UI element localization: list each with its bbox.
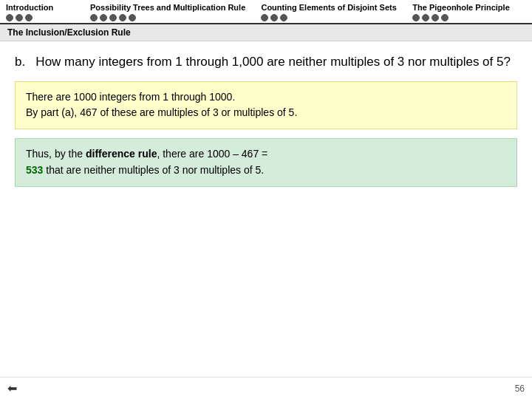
nav-possibility-dots [90, 14, 243, 21]
yellow-line2: By part (a), 467 of these are multiples … [26, 105, 506, 121]
green-conclusion-box: Thus, by the difference rule, there are … [15, 138, 517, 186]
dot [25, 14, 33, 21]
dot [422, 14, 429, 21]
top-nav: Introduction Possibility Trees and Multi… [0, 0, 532, 24]
question-text: b. How many integers from 1 through 1,00… [15, 53, 517, 71]
nav-pigeonhole-label: The Pigeonhole Principle [412, 3, 508, 12]
green-middle: , there are 1000 – 467 = [157, 148, 267, 160]
yellow-line1: There are 1000 integers from 1 through 1… [26, 89, 506, 106]
dot [129, 14, 136, 21]
dot [90, 14, 98, 21]
nav-section-possibility[interactable]: Possibility Trees and Multiplication Rul… [90, 3, 243, 21]
green-suffix: that are neither multiples of 3 nor mult… [43, 164, 264, 176]
nav-pigeonhole-dots [412, 14, 508, 21]
page-number: 56 [515, 383, 525, 394]
yellow-explanation-box: There are 1000 integers from 1 through 1… [15, 81, 517, 129]
nav-introduction-label: Introduction [6, 3, 72, 12]
dot [6, 14, 13, 21]
green-prefix: Thus, by the [26, 148, 86, 160]
question-body: How many integers from 1 through 1,000 a… [35, 55, 511, 69]
nav-introduction-dots [6, 14, 72, 21]
main-content: b. How many integers from 1 through 1,00… [0, 41, 532, 194]
dot [261, 14, 268, 21]
question-label: b. [15, 55, 25, 69]
dot [270, 14, 278, 21]
nav-counting-dots [261, 14, 395, 21]
dot [109, 14, 117, 21]
dot [100, 14, 107, 21]
green-bold: difference rule [86, 148, 157, 160]
nav-section-pigeonhole[interactable]: The Pigeonhole Principle [412, 3, 508, 21]
dot [412, 14, 420, 21]
green-highlight: 533 [26, 164, 43, 176]
back-arrow-icon[interactable]: ⬅ [7, 381, 17, 395]
dot [16, 14, 23, 21]
nav-section-counting[interactable]: Counting Elements of Disjoint Sets [261, 3, 395, 21]
nav-possibility-label: Possibility Trees and Multiplication Rul… [90, 3, 243, 12]
nav-counting-label: Counting Elements of Disjoint Sets [261, 3, 395, 12]
dot [280, 14, 287, 21]
section-header-text: The Inclusion/Exclusion Rule [7, 27, 131, 38]
section-header: The Inclusion/Exclusion Rule [0, 24, 532, 41]
nav-section-introduction[interactable]: Introduction [6, 3, 72, 21]
dot [441, 14, 449, 21]
dot [432, 14, 439, 21]
bottom-bar: ⬅ 56 [0, 377, 532, 399]
dot [119, 14, 126, 21]
